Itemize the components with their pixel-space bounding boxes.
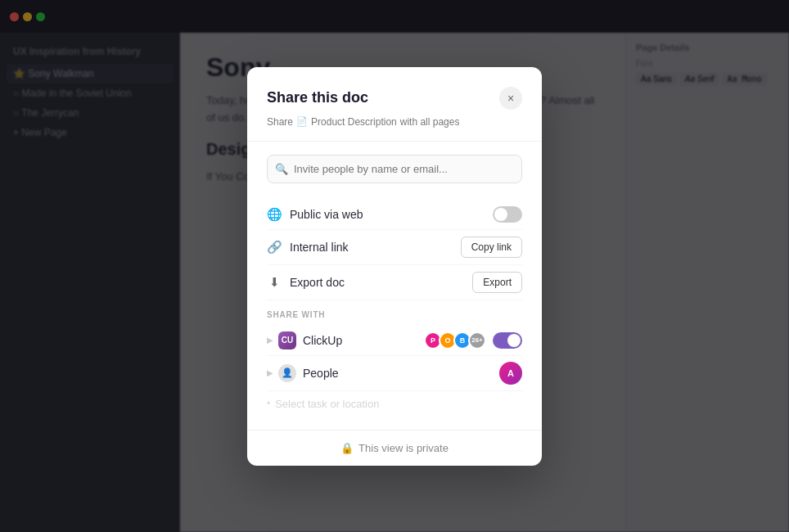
export-button[interactable]: Export (472, 272, 522, 293)
doc-name: Product Description (311, 116, 397, 128)
export-icon: ⬇ (267, 275, 282, 290)
subtitle-prefix: Share (267, 116, 293, 128)
invite-input[interactable] (267, 155, 522, 183)
avatar-count: 26+ (468, 331, 486, 349)
public-web-toggle[interactable] (493, 206, 522, 223)
close-button[interactable]: × (499, 87, 522, 110)
export-doc-row: ⬇ Export doc Export (267, 265, 522, 300)
public-web-left: 🌐 Public via web (267, 207, 363, 222)
people-label: People (303, 367, 499, 380)
modal-title: Share this doc (267, 89, 368, 106)
modal-header: Share this doc × Share 📄 Product Descrip… (247, 67, 542, 142)
clickup-row: ▶ CU ClickUp P O B 26+ (267, 326, 522, 356)
people-row: ▶ 👤 People A (267, 356, 522, 391)
share-with-label: SHARE WITH (267, 300, 522, 326)
chevron-right-icon: ▶ (267, 336, 273, 345)
modal-overlay: Share this doc × Share 📄 Product Descrip… (0, 0, 789, 532)
export-doc-label: Export doc (290, 276, 345, 289)
export-doc-left: ⬇ Export doc (267, 275, 345, 290)
modal-footer: 🔒 This view is private (247, 430, 542, 466)
people-avatar: A (499, 362, 522, 385)
select-dot-icon: • (267, 398, 270, 409)
search-icon: 🔍 (275, 163, 288, 175)
globe-icon: 🌐 (267, 207, 282, 222)
modal-subtitle: Share 📄 Product Description with all pag… (267, 116, 522, 128)
share-modal: Share this doc × Share 📄 Product Descrip… (247, 67, 542, 466)
clickup-toggle[interactable] (493, 332, 522, 349)
internal-link-row: 🔗 Internal link Copy link (267, 230, 522, 265)
clickup-avatars: P O B 26+ (424, 331, 486, 349)
chevron-right-people-icon: ▶ (267, 368, 273, 377)
person-icon: 👤 (278, 364, 296, 382)
lock-icon: 🔒 (340, 442, 354, 454)
copy-link-button[interactable]: Copy link (461, 237, 522, 258)
select-location-label: Select task or location (275, 398, 379, 410)
search-container: 🔍 (267, 155, 522, 183)
modal-title-row: Share this doc × (267, 87, 522, 110)
select-location-row[interactable]: • Select task or location (267, 391, 522, 417)
clickup-icon: CU (278, 331, 296, 349)
subtitle-suffix: with all pages (400, 116, 460, 128)
public-web-label: Public via web (290, 208, 363, 221)
public-web-row: 🌐 Public via web (267, 200, 522, 230)
page-icon: 📄 (296, 116, 308, 127)
link-icon: 🔗 (267, 240, 282, 255)
internal-link-left: 🔗 Internal link (267, 240, 349, 255)
modal-body: 🔍 🌐 Public via web 🔗 Internal link Copy … (247, 142, 542, 430)
private-text: This view is private (358, 442, 449, 454)
clickup-label: ClickUp (303, 334, 424, 347)
internal-link-label: Internal link (290, 241, 349, 254)
